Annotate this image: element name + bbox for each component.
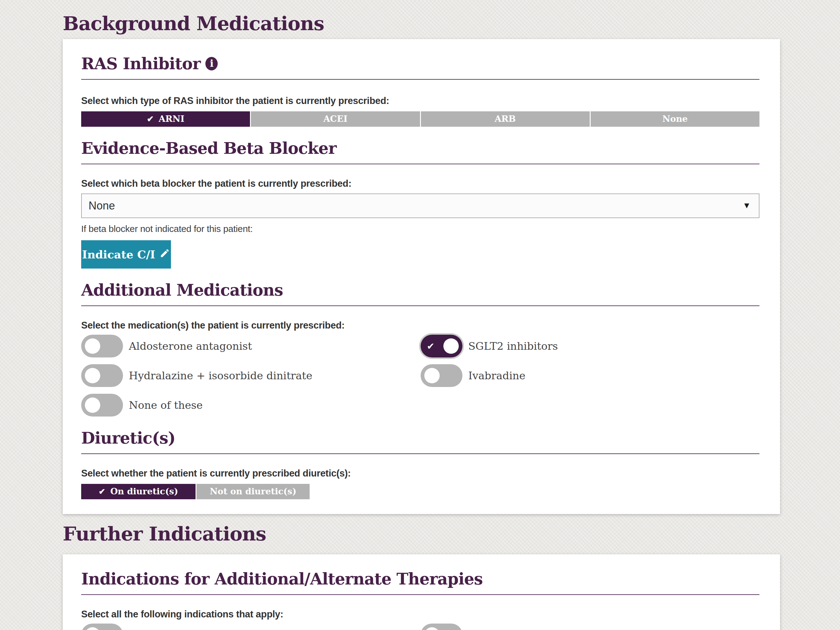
toggle-item-none-of-these: ✔ None of these bbox=[81, 394, 421, 416]
ras-option-arb[interactable]: ARB bbox=[421, 111, 590, 127]
ras-heading-text: RAS Inhibitor bbox=[81, 54, 201, 73]
toggle-hydralazine-isosorbide[interactable]: ✔ bbox=[81, 364, 123, 387]
toggle-item-normal-sinus-rhythm: ✔ Normal Sinus Rhythm bbox=[81, 624, 421, 630]
diuretics-option-group: ✔ On diuretic(s) Not on diuretic(s) bbox=[81, 484, 759, 499]
toggle-item-ivabradine: ✔ Ivabradine bbox=[421, 364, 759, 387]
section-divider bbox=[81, 79, 759, 80]
toggle-ivabradine[interactable]: ✔ bbox=[421, 364, 463, 387]
section-heading-ras-inhibitor: RAS Inhibitor i bbox=[81, 54, 759, 73]
section-heading-diuretics: Diuretic(s) bbox=[81, 429, 759, 447]
ras-option-arni[interactable]: ✔ ARNI bbox=[81, 111, 250, 127]
pencil-icon bbox=[159, 248, 170, 261]
toggle-label: None of these bbox=[129, 399, 203, 411]
toggle-item-aldosterone-antagonist: ✔ Aldosterone antagonist bbox=[81, 335, 421, 358]
info-circle-icon[interactable]: i bbox=[205, 57, 218, 70]
ras-option-acei[interactable]: ACEI bbox=[251, 111, 420, 127]
page-title-background-medications: Background Medications bbox=[63, 12, 780, 35]
further-indications-card: Indications for Additional/Alternate The… bbox=[63, 554, 780, 630]
toggle-item-estimated-egfr: ✔ Estimated eGFR ≥ 20 mL/min/1.73 m² bbox=[421, 624, 759, 630]
beta-blocker-ci-note: If beta blocker not indicated for this p… bbox=[81, 224, 759, 234]
additional-meds-prompt: Select the medication(s) the patient is … bbox=[81, 320, 759, 331]
toggle-knob bbox=[85, 368, 100, 383]
toggle-knob bbox=[85, 627, 100, 630]
toggle-label: SGLT2 inhibitors bbox=[468, 340, 558, 352]
ras-option-group: ✔ ARNI ACEI ARB None bbox=[81, 111, 759, 127]
ras-prompt: Select which type of RAS inhibitor the p… bbox=[81, 95, 759, 106]
beta-blocker-select[interactable]: None ▼ bbox=[81, 193, 759, 218]
toggle-aldosterone-antagonist[interactable]: ✔ bbox=[81, 335, 123, 358]
diuretics-option-label: Not on diuretic(s) bbox=[210, 486, 297, 497]
indicate-ci-button[interactable]: Indicate C/I bbox=[81, 240, 171, 269]
ras-option-label: None bbox=[662, 114, 687, 124]
check-icon: ✔ bbox=[427, 340, 434, 351]
background-medications-card: RAS Inhibitor i Select which type of RAS… bbox=[63, 39, 780, 514]
diuretics-option-label: On diuretic(s) bbox=[111, 486, 178, 497]
toggle-knob bbox=[424, 627, 440, 630]
ras-option-label: ARB bbox=[495, 114, 516, 124]
indications-prompt: Select all the following indications tha… bbox=[81, 608, 759, 620]
toggle-item-hydralazine-isosorbide: ✔ Hydralazine + isosorbide dinitrate bbox=[81, 364, 421, 387]
toggle-sglt2-inhibitors[interactable]: ✔ bbox=[421, 335, 463, 358]
chevron-down-icon: ▼ bbox=[742, 201, 751, 211]
toggle-normal-sinus-rhythm[interactable]: ✔ bbox=[81, 624, 123, 630]
toggle-knob bbox=[85, 397, 100, 413]
toggle-label: Aldosterone antagonist bbox=[129, 340, 252, 352]
toggle-label: Ivabradine bbox=[468, 369, 526, 382]
section-heading-indications: Indications for Additional/Alternate The… bbox=[81, 570, 759, 588]
toggle-none-of-these[interactable]: ✔ bbox=[81, 394, 123, 416]
toggle-knob bbox=[85, 339, 100, 354]
section-divider bbox=[81, 306, 759, 306]
indications-toggle-grid: ✔ Normal Sinus Rhythm ✔ Estimated eGFR ≥… bbox=[81, 624, 759, 630]
section-heading-beta-blocker: Evidence-Based Beta Blocker bbox=[81, 139, 759, 157]
toggle-label: Hydralazine + isosorbide dinitrate bbox=[129, 369, 313, 382]
toggle-estimated-egfr[interactable]: ✔ bbox=[421, 624, 463, 630]
check-icon: ✔ bbox=[99, 488, 106, 495]
section-divider bbox=[81, 453, 759, 454]
diuretics-option-not-on[interactable]: Not on diuretic(s) bbox=[196, 484, 309, 499]
section-divider bbox=[81, 594, 759, 595]
toggle-knob bbox=[444, 339, 459, 354]
section-divider bbox=[81, 164, 759, 164]
indicate-ci-button-label: Indicate C/I bbox=[82, 248, 155, 261]
ras-option-label: ARNI bbox=[159, 114, 185, 124]
diuretics-prompt: Select whether the patient is currently … bbox=[81, 468, 759, 479]
toggle-item-sglt2-inhibitors: ✔ SGLT2 inhibitors bbox=[421, 335, 759, 358]
page-content: Background Medications RAS Inhibitor i S… bbox=[63, 12, 780, 630]
ras-option-label: ACEI bbox=[324, 114, 347, 124]
ras-option-none[interactable]: None bbox=[591, 111, 759, 127]
diuretics-option-on[interactable]: ✔ On diuretic(s) bbox=[81, 484, 196, 499]
beta-blocker-prompt: Select which beta blocker the patient is… bbox=[81, 178, 759, 189]
toggle-label: Estimated eGFR ≥ 20 mL/min/1.73 m² bbox=[468, 629, 671, 630]
additional-meds-toggle-grid: ✔ Aldosterone antagonist ✔ SGLT2 inhibit… bbox=[81, 335, 759, 416]
beta-blocker-select-value: None bbox=[88, 199, 115, 212]
section-heading-additional-medications: Additional Medications bbox=[81, 281, 759, 299]
page-title-further-indications: Further Indications bbox=[63, 522, 780, 545]
toggle-label: Normal Sinus Rhythm bbox=[129, 629, 246, 630]
check-icon: ✔ bbox=[147, 115, 154, 123]
toggle-knob bbox=[424, 368, 440, 383]
